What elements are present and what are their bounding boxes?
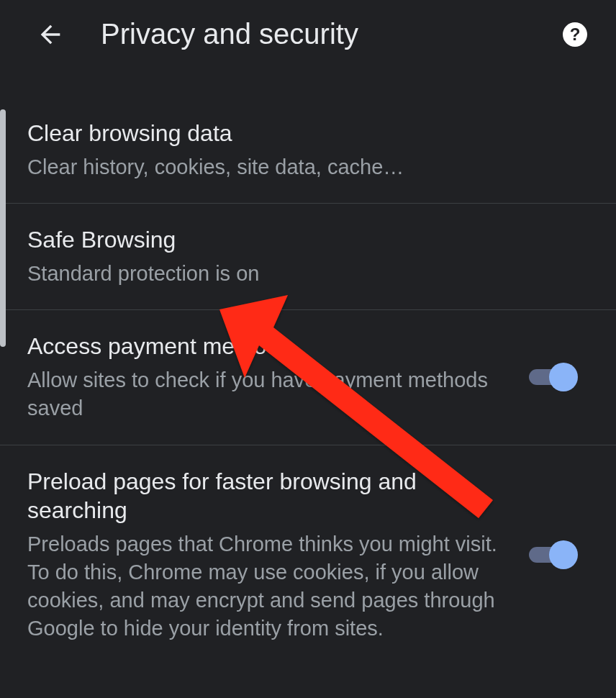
- toggle-payment-methods[interactable]: [524, 366, 574, 388]
- setting-subtitle: Preloads pages that Chrome thinks you mi…: [27, 530, 509, 643]
- setting-title: Clear browsing data: [27, 119, 574, 148]
- setting-text: Clear browsing data Clear history, cooki…: [27, 119, 589, 181]
- setting-subtitle: Clear history, cookies, site data, cache…: [27, 153, 574, 181]
- setting-title: Access payment methods: [27, 332, 509, 361]
- settings-list: Clear browsing data Clear history, cooki…: [0, 68, 616, 664]
- setting-preload-pages[interactable]: Preload pages for faster browsing and se…: [0, 445, 616, 665]
- setting-clear-browsing-data[interactable]: Clear browsing data Clear history, cooki…: [0, 68, 616, 204]
- toggle-thumb: [549, 363, 578, 391]
- back-button[interactable]: [36, 20, 65, 49]
- setting-text: Access payment methods Allow sites to ch…: [27, 332, 524, 422]
- setting-text: Safe Browsing Standard protection is on: [27, 225, 589, 288]
- setting-subtitle: Allow sites to check if you have payment…: [27, 366, 509, 422]
- header: Privacy and security ?: [0, 0, 616, 68]
- setting-access-payment-methods[interactable]: Access payment methods Allow sites to ch…: [0, 310, 616, 445]
- page-title: Privacy and security: [101, 18, 563, 50]
- setting-safe-browsing[interactable]: Safe Browsing Standard protection is on: [0, 204, 616, 310]
- setting-subtitle: Standard protection is on: [27, 260, 574, 288]
- setting-title: Preload pages for faster browsing and se…: [27, 467, 509, 525]
- help-icon[interactable]: ?: [563, 22, 587, 47]
- toggle-thumb: [549, 540, 578, 569]
- setting-text: Preload pages for faster browsing and se…: [27, 467, 524, 643]
- setting-title: Safe Browsing: [27, 225, 574, 254]
- toggle-preload-pages[interactable]: [524, 544, 574, 566]
- scroll-indicator[interactable]: [0, 109, 6, 347]
